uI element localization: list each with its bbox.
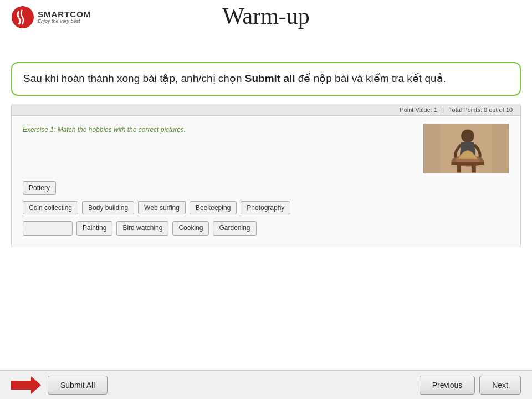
next-button[interactable]: Next (479, 376, 521, 395)
svg-rect-7 (472, 165, 476, 172)
points-bar: Point Value: 1 | Total Points: 0 out of … (12, 104, 520, 116)
logo-text: SMARTCOM Enjoy the very best (38, 10, 91, 24)
exercise-body: Exercise 1: Match the hobbies with the c… (12, 116, 520, 247)
svg-rect-8 (424, 124, 441, 173)
pottery-tag[interactable]: Pottery (23, 181, 56, 195)
logo-tagline: Enjoy the very best (38, 19, 91, 24)
pottery-svg (424, 124, 509, 173)
hobby-tag-cooking[interactable]: Cooking (172, 221, 209, 236)
pottery-label-row: Pottery (23, 181, 509, 195)
hobby-tag-painting[interactable]: Painting (76, 221, 112, 236)
svg-rect-5 (451, 162, 484, 165)
total-points: Total Points: 0 out of 10 (449, 106, 513, 113)
hobby-tag-web-surfing[interactable]: Web surfing (138, 201, 186, 214)
arrow-icon (11, 376, 41, 394)
footer-right: Previous Next (420, 376, 521, 395)
exercise-instruction: Exercise 1: Match the hobbies with the c… (23, 124, 186, 134)
previous-button[interactable]: Previous (420, 376, 475, 395)
hobby-tag-beekeeping[interactable]: Beekeeping (190, 201, 237, 214)
hobbies-row-2: Painting Bird watching Cooking Gardening (23, 221, 509, 236)
hobby-tag-gardening[interactable]: Gardening (213, 221, 256, 236)
page-title: Warm-up (222, 3, 310, 29)
hobby-tag-body-building[interactable]: Body building (82, 201, 134, 214)
exercise-top: Exercise 1: Match the hobbies with the c… (23, 124, 509, 173)
point-value: Point Value: 1 (400, 106, 437, 113)
header: SMARTCOM Enjoy the very best Warm-up (0, 0, 532, 29)
svg-rect-9 (492, 124, 509, 173)
instruction-box: Sau khi hoàn thành xong bài tập, anh/chị… (11, 62, 521, 96)
logo-name: SMARTCOM (38, 10, 91, 19)
hobby-tag-empty[interactable] (23, 221, 73, 236)
hobby-tag-photography[interactable]: Photography (241, 201, 290, 214)
pottery-image (423, 124, 509, 173)
instruction-text-before: Sau khi hoàn thành xong bài tập, anh/chị… (23, 73, 245, 84)
hobby-tag-bird-watching[interactable]: Bird watching (116, 221, 168, 236)
hobby-tag-coin-collecting[interactable]: Coin collecting (23, 201, 78, 214)
instruction-bold: Submit all (245, 73, 295, 84)
logo-area: SMARTCOM Enjoy the very best (11, 6, 91, 29)
hobbies-row-1: Coin collecting Body building Web surfin… (23, 201, 509, 214)
footer-left: Submit All (11, 376, 108, 395)
instruction-text-after: để nộp bài và kiểm tra kết quả. (295, 73, 446, 84)
svg-rect-6 (457, 165, 461, 172)
svg-marker-10 (11, 376, 41, 394)
svg-point-2 (461, 129, 474, 142)
exercise-panel: Point Value: 1 | Total Points: 0 out of … (11, 104, 521, 247)
submit-all-button[interactable]: Submit All (48, 376, 108, 395)
logo-icon (11, 6, 34, 29)
footer: Submit All Previous Next (0, 370, 532, 399)
